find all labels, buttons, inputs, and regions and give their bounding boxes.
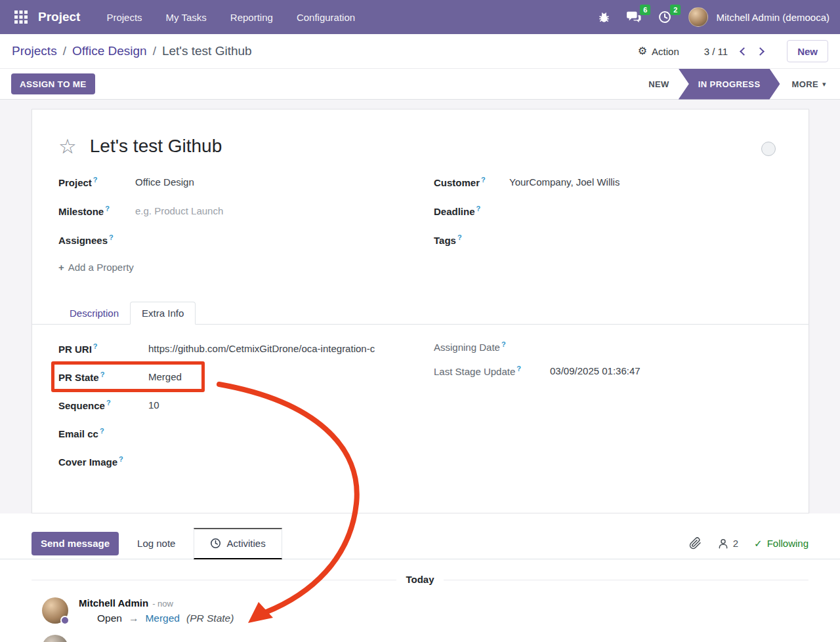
title-row: ☆ Let's test Github [58, 136, 222, 157]
arrow-right-icon: → [129, 612, 139, 624]
control-panel: Projects / Office Design / Let's test Gi… [0, 34, 840, 69]
add-property-label: Add a Property [68, 262, 134, 273]
field-label-pr-uri: PR URI? [58, 342, 148, 355]
pager-next-icon[interactable] [756, 47, 765, 56]
pager-counter: 3 / 11 [704, 46, 728, 57]
chevron-down-icon: ▾ [822, 80, 826, 89]
app-name[interactable]: Project [38, 10, 80, 24]
field-label-last-stage-update: Last Stage Update? [434, 365, 550, 377]
stage-more[interactable]: MORE ▾ [782, 79, 829, 89]
field-row-assignees: Assignees? [58, 233, 413, 246]
avatar-placeholder-circle[interactable] [761, 142, 776, 156]
chatter-toolbar: Send message Log note Activities [0, 528, 840, 559]
field-row-sequence: Sequence? 10 [58, 399, 413, 411]
presence-dot [60, 616, 70, 625]
field-row-tags: Tags? [434, 233, 788, 246]
stage-new[interactable]: NEW [642, 79, 676, 89]
help-icon: ? [100, 371, 105, 378]
menu-reporting[interactable]: Reporting [230, 12, 273, 23]
person-icon [717, 538, 729, 550]
field-value-customer[interactable]: YourCompany, Joel Willis [509, 176, 620, 188]
followers-count: 2 [733, 538, 738, 549]
field-label-milestone: Milestone? [58, 205, 135, 217]
followers-button[interactable]: 2 [717, 538, 738, 550]
field-label-deadline: Deadline? [434, 205, 509, 217]
date-divider: Today [32, 574, 808, 586]
messages-icon[interactable]: 6 [627, 10, 641, 24]
chatter-toolbar-right: 2 ✓ Following [689, 537, 808, 550]
field-value-project[interactable]: Office Design [135, 176, 194, 188]
notebook-tabs: Description Extra Info [32, 300, 808, 325]
pager-previous-icon[interactable] [740, 47, 748, 56]
field-value-last-stage-update[interactable]: 03/09/2025 01:36:47 [550, 365, 640, 376]
attachment-button[interactable] [689, 537, 702, 550]
breadcrumb-separator: / [153, 44, 156, 58]
message-avatar[interactable] [42, 597, 68, 624]
message-header: Mitchell Admin - now [79, 597, 234, 609]
field-label-assignees: Assignees? [58, 233, 135, 246]
apps-grid-icon[interactable] [14, 10, 28, 24]
message-body: Mitchell Admin - now Open → Merged (PR S… [79, 597, 234, 624]
plus-icon: + [58, 262, 64, 273]
following-button[interactable]: ✓ Following [754, 538, 808, 550]
field-row-customer: Customer? YourCompany, Joel Willis [434, 176, 788, 188]
field-label-project: Project? [58, 176, 135, 188]
field-label-email-cc: Email cc? [58, 427, 148, 439]
action-label: Action [652, 46, 679, 57]
activities-label: Activities [226, 538, 265, 549]
stage-in-progress[interactable]: IN PROGRESS [679, 69, 780, 100]
activities-button[interactable]: Activities [194, 528, 282, 559]
field-value-sequence[interactable]: 10 [148, 399, 159, 411]
new-button[interactable]: New [787, 40, 828, 62]
field-value-pr-state[interactable]: Merged [148, 371, 182, 382]
menu-projects[interactable]: Projects [106, 12, 142, 23]
help-icon: ? [481, 176, 486, 184]
breadcrumb-current: Let's test Github [162, 44, 252, 58]
tab-extra-info[interactable]: Extra Info [130, 302, 196, 325]
tracking-new-value[interactable]: Merged [145, 612, 180, 624]
user-avatar[interactable] [688, 7, 708, 27]
debug-bug-icon[interactable] [598, 12, 610, 23]
user-name[interactable]: Mitchell Admin (demooca) [716, 12, 830, 23]
following-label: Following [767, 538, 808, 549]
field-label-sequence: Sequence? [58, 399, 148, 411]
activities-clock-icon[interactable]: 2 [658, 10, 671, 24]
help-icon: ? [476, 205, 481, 212]
menu-my-tasks[interactable]: My Tasks [166, 12, 207, 23]
help-icon: ? [93, 342, 98, 350]
field-value-pr-uri[interactable]: https://github.com/CetmixGitDrone/oca-in… [148, 343, 375, 354]
help-icon: ? [457, 233, 462, 241]
tab-description[interactable]: Description [58, 302, 130, 324]
action-menu-button[interactable]: ⚙ Action [638, 46, 679, 57]
add-property-button[interactable]: + Add a Property [58, 262, 134, 273]
task-title[interactable]: Let's test Github [90, 136, 222, 157]
chatter: Send message Log note Activities [0, 513, 840, 642]
field-label-cover-image: Cover Image? [58, 455, 148, 468]
field-value-milestone[interactable]: e.g. Product Launch [135, 205, 223, 216]
statusbar: ASSIGN TO ME NEW IN PROGRESS MORE ▾ [0, 69, 840, 100]
message-author[interactable]: Mitchell Admin [79, 597, 148, 609]
help-icon: ? [93, 176, 98, 184]
chatter-message: Mitchell Admin - now Open → Merged (PR S… [42, 597, 234, 624]
help-icon: ? [516, 365, 521, 372]
field-group-right: Customer? YourCompany, Joel Willis Deadl… [434, 167, 788, 254]
breadcrumb-office-design[interactable]: Office Design [72, 44, 147, 58]
field-row-project: Project? Office Design [58, 176, 413, 188]
assign-to-me-button[interactable]: ASSIGN TO ME [11, 73, 95, 94]
field-row-pr-uri: PR URI? https://github.com/CetmixGitDron… [58, 342, 413, 355]
top-navbar: Project Projects My Tasks Reporting Conf… [0, 0, 840, 34]
help-icon: ? [106, 399, 111, 407]
field-row-assigning-date: Assigning Date? [434, 340, 801, 353]
field-row-milestone: Milestone? e.g. Product Launch [58, 205, 413, 217]
help-icon: ? [501, 340, 506, 348]
menu-configuration[interactable]: Configuration [297, 12, 355, 23]
breadcrumb: Projects / Office Design / Let's test Gi… [12, 44, 252, 58]
stage-buttons: NEW IN PROGRESS MORE ▾ [642, 69, 829, 99]
send-message-button[interactable]: Send message [32, 532, 119, 555]
breadcrumb-projects[interactable]: Projects [12, 44, 57, 58]
log-note-button[interactable]: Log note [137, 538, 175, 549]
star-priority-icon[interactable]: ☆ [58, 136, 77, 157]
help-icon: ? [100, 427, 104, 435]
tracking-field-name: (PR State) [186, 612, 234, 624]
field-label-assigning-date: Assigning Date? [434, 340, 550, 353]
